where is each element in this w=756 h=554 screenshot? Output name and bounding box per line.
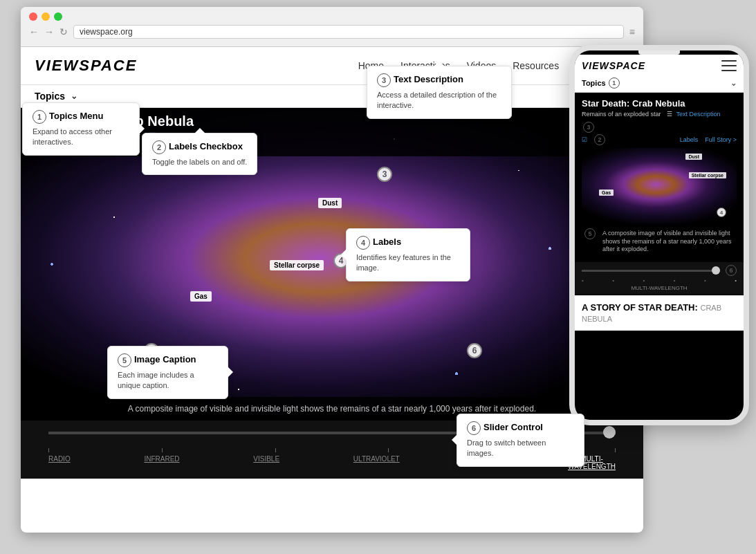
slider-label-infrared[interactable]: INFRARED [144,455,179,470]
badge-6: 6 [467,343,482,358]
reload-button[interactable]: ↻ [59,26,68,37]
phone-dust-label: Dust [685,154,702,160]
callout-6-body: Drag to switch between images. [467,438,574,459]
nav-resources[interactable]: Resources [513,60,559,71]
phone-labels-row: ☑ 2 Labels Full Story > [582,134,737,145]
phone-caption-text: A composite image of visible and invisib… [598,227,737,257]
phone-mockup: VIEWSPACE Topics 1 ⌄ Star Death: Crab Ne… [569,45,749,425]
phone-checkbox-icon[interactable]: ☑ [582,136,587,143]
slider-handle[interactable] [603,426,616,438]
dust-label: Dust [318,198,342,208]
callout-number-4: 4 [356,236,370,250]
tick-2 [162,448,163,452]
menu-line-1 [721,60,737,62]
callout-6-header: 6 Slider Control [467,421,574,435]
callout-5-body: Each image includes a unique caption. [118,370,218,391]
callout-number-1: 1 [33,110,46,124]
close-dot[interactable] [29,12,37,21]
phone-badge-5: 5 [584,228,596,239]
phone-chevron-icon: ⌄ [730,79,737,88]
callout-5-header: 5 Image Caption [118,353,218,367]
callout-text-description: 3 Text Description Access a detailed des… [367,66,512,119]
phone-header: VIEWSPACE [575,55,744,74]
phone-slider-dots: • • • • • • [582,277,737,284]
callout-number-3: 3 [377,73,391,87]
forward-button[interactable]: → [44,26,54,37]
phone-slider-row: 6 [582,265,737,276]
slider-label-radio[interactable]: RADIO [48,455,71,470]
callout-number-5: 5 [118,353,131,367]
phone-badge-3: 3 [583,122,594,133]
browser-chrome: ← → ↻ viewspace.org ≡ [21,7,643,47]
menu-button[interactable]: ≡ [629,26,635,37]
phone-story-title: A STORY OF STAR DEATH: CRAB NEBULA [582,302,737,324]
phone-stellar-label: Stellar corpse [689,172,726,178]
phone-slider-area: 6 • • • • • • MULTI-WAVELENGTH [575,262,744,294]
callout-2-title: Labels Checkbox [169,141,243,151]
tick-3 [275,448,276,452]
stellar-corpse-label: Stellar corpse [270,260,324,270]
tick-4 [388,448,389,452]
callout-number-6: 6 [467,421,481,435]
phone-logo: VIEWSPACE [582,60,645,71]
callout-2-header: 2 Labels Checkbox [152,140,247,154]
phone-caption-row: 5 A composite image of visible and invis… [582,227,737,257]
phone-nebula: Dust Stellar corpse Gas 4 [582,148,737,224]
callout-4-header: 4 Labels [356,236,460,250]
callout-4-title: Labels [373,237,401,247]
menu-line-2 [721,65,737,66]
caption-text: A composite image of visible and invisib… [35,404,629,414]
phone-full-story-link[interactable]: Full Story > [705,136,737,143]
phone-content-area: Star Death: Crab Nebula Remains of an ex… [575,93,744,262]
phone-topics-label: Topics [582,79,606,87]
tick-1 [48,448,49,452]
callout-image-caption: 5 Image Caption Each image includes a un… [107,346,228,399]
callout-1-title: Topics Menu [49,111,103,121]
phone-inner: VIEWSPACE Topics 1 ⌄ Star Death: Crab Ne… [575,50,744,420]
phone-list-icon: ☰ [667,111,672,118]
menu-line-3 [721,70,737,71]
maximize-dot[interactable] [54,12,62,21]
callout-3-header: 3 Text Description [377,73,501,87]
address-bar[interactable]: viewspace.org [73,25,624,39]
phone-badge-6: 6 [726,265,737,276]
phone-subtitle: Remains of an exploded star ☰ Text Descr… [582,111,737,133]
callout-5-title: Image Caption [134,354,196,364]
callout-6-title: Slider Control [483,422,543,432]
browser-nav: ← → ↻ viewspace.org ≡ [29,25,635,39]
callout-3-body: Access a detailed description of the int… [377,90,501,111]
slider-label-visible[interactable]: VISIBLE [253,455,279,470]
phone-slider-handle[interactable] [712,266,720,275]
phone-slider-track[interactable] [582,270,720,272]
phone-story-section: A STORY OF STAR DEATH: CRAB NEBULA [575,295,744,331]
phone-labels-label[interactable]: Labels [680,136,699,143]
callout-labels: 4 Labels Identifies key features in the … [346,228,470,281]
phone-badge-2: 2 [594,134,605,145]
phone-badge-1: 1 [609,77,620,89]
chevron-down-icon: ⌄ [71,91,77,101]
topics-label: Topics [35,91,65,102]
callout-1-header: 1 Topics Menu [33,110,129,124]
phone-title: Star Death: Crab Nebula [582,98,737,109]
phone-text-desc-link[interactable]: Text Description [676,111,721,118]
phone-subtitle-text: Remains of an exploded star [582,111,661,118]
site-header: VIEWSPACE Home Interactives Videos Resou… [21,47,643,85]
phone-menu-button[interactable] [721,60,737,71]
browser-dots [29,12,635,21]
minimize-dot[interactable] [42,12,50,21]
callout-1-body: Expand to access other interactives. [33,127,129,148]
callout-4-body: Identifies key features in the image. [356,252,460,274]
callout-number-2: 2 [152,140,166,154]
slider-label-ultraviolet[interactable]: ULTRAVIOLET [353,455,400,470]
callout-slider-control: 6 Slider Control Drag to switch between … [457,414,584,467]
gas-label: Gas [190,291,212,302]
callout-2-body: Toggle the labels on and off. [152,157,247,167]
phone-topics-bar[interactable]: Topics 1 ⌄ [575,74,744,93]
callout-labels-checkbox: 2 Labels Checkbox Toggle the labels on a… [142,133,257,175]
phone-wavelength-label: MULTI-WAVELENGTH [582,285,737,291]
back-button[interactable]: ← [29,26,39,37]
callout-3-title: Text Description [394,74,463,84]
phone-badge-4: 4 [717,207,726,217]
badge-3: 3 [377,167,392,182]
phone-gas-label: Gas [599,190,614,196]
